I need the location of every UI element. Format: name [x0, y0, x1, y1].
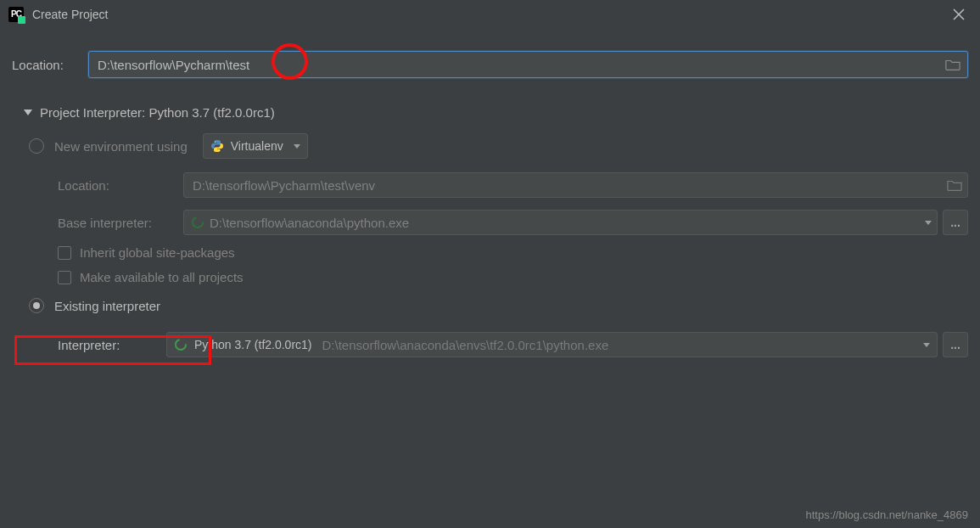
existing-interpreter-label: Existing interpreter: [54, 299, 160, 313]
ellipsis-label: ...: [950, 338, 960, 351]
chevron-down-icon: [294, 144, 300, 149]
browse-folder-icon[interactable]: [947, 178, 962, 192]
window-titlebar: PC Create Project: [0, 0, 980, 29]
interpreter-browse-button[interactable]: ...: [943, 332, 968, 357]
inherit-packages-option[interactable]: Inherit global site-packages: [58, 245, 968, 260]
project-interpreter-section-header[interactable]: Project Interpreter: Python 3.7 (tf2.0.0…: [24, 105, 968, 120]
project-location-field[interactable]: [88, 51, 968, 78]
close-icon: [953, 8, 965, 20]
base-interpreter-value: D:\tensorflow\anaconda\python.exe: [210, 216, 409, 230]
window-close-button[interactable]: [946, 2, 972, 27]
venv-location-field[interactable]: [183, 172, 968, 198]
environment-type-dropdown[interactable]: Virtualenv: [203, 133, 308, 159]
chevron-down-icon: [923, 343, 930, 347]
base-interpreter-row: Base interpreter: D:\tensorflow\anaconda…: [58, 210, 968, 235]
watermark-url: https://blog.csdn.net/nanke_4869: [805, 508, 968, 521]
loading-ring-icon: [174, 338, 188, 351]
inherit-packages-checkbox[interactable]: [58, 246, 71, 260]
make-available-checkbox[interactable]: [58, 271, 71, 284]
project-location-label: Location:: [12, 58, 88, 72]
venv-location-label: Location:: [58, 178, 183, 193]
interpreter-dropdown[interactable]: Python 3.7 (tf2.0.0rc1) D:\tensorflow\an…: [166, 332, 938, 357]
new-environment-option[interactable]: New environment using Virtualenv: [29, 132, 968, 160]
ellipsis-label: ...: [950, 216, 960, 229]
chevron-down-icon: [925, 221, 932, 225]
new-environment-radio[interactable]: [29, 138, 44, 154]
base-interpreter-label: Base interpreter:: [58, 216, 183, 230]
svg-point-3: [176, 340, 186, 350]
section-title: Project Interpreter: Python 3.7 (tf2.0.0…: [40, 105, 275, 120]
inherit-packages-label: Inherit global site-packages: [80, 245, 235, 260]
environment-type-value: Virtualenv: [231, 139, 283, 153]
app-icon-text: PC: [11, 10, 21, 19]
make-available-option[interactable]: Make available to all projects: [58, 270, 968, 284]
pycharm-app-icon: PC: [8, 7, 24, 22]
project-location-row: Location:: [12, 51, 968, 78]
base-interpreter-dropdown[interactable]: D:\tensorflow\anaconda\python.exe: [183, 210, 938, 235]
venv-location-row: Location:: [58, 172, 968, 198]
chevron-down-icon: [24, 110, 32, 115]
browse-folder-icon[interactable]: [945, 58, 960, 71]
svg-point-1: [219, 149, 220, 150]
loading-ring-icon: [191, 216, 204, 229]
interpreter-label: Interpreter:: [58, 338, 166, 352]
svg-point-2: [193, 217, 203, 227]
make-available-label: Make available to all projects: [80, 270, 244, 284]
venv-location-input[interactable]: [191, 177, 947, 194]
svg-point-0: [215, 141, 216, 142]
project-location-input[interactable]: [96, 57, 945, 73]
interpreter-row: Interpreter: Python 3.7 (tf2.0.0rc1) D:\…: [29, 332, 968, 357]
interpreter-name: Python 3.7 (tf2.0.0rc1): [194, 338, 312, 351]
base-interpreter-browse-button[interactable]: ...: [943, 210, 968, 235]
existing-interpreter-option[interactable]: Existing interpreter: [29, 291, 968, 320]
new-environment-label: New environment using: [54, 139, 188, 154]
existing-interpreter-radio[interactable]: [29, 298, 44, 313]
window-title: Create Project: [32, 8, 108, 21]
interpreter-path: D:\tensorflow\anaconda\envs\tf2.0.0rc1\p…: [322, 338, 609, 352]
python-icon: [210, 139, 224, 153]
